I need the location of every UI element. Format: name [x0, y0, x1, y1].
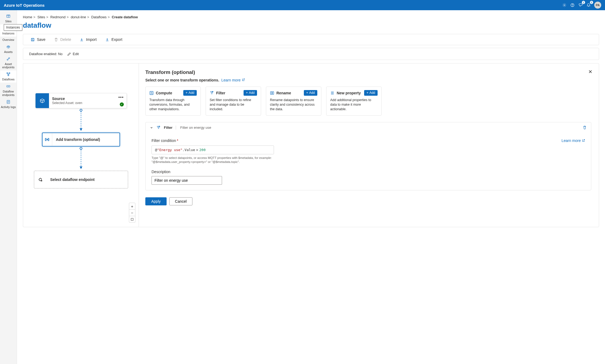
crumb-sites[interactable]: Sites — [37, 15, 45, 19]
save-icon — [31, 38, 35, 42]
export-icon — [105, 38, 109, 42]
pencil-icon — [67, 52, 71, 56]
delete-button: Delete — [54, 37, 71, 42]
filter-condition-label: Filter condition* — [152, 138, 178, 143]
zoom-fit-button[interactable] — [129, 216, 135, 222]
apply-button[interactable]: Apply — [145, 197, 167, 205]
export-button[interactable]: Export — [105, 37, 122, 42]
endpoint-icon — [34, 171, 47, 188]
filter-block-title: Filter — [164, 126, 176, 130]
crumb-home[interactable]: Home — [23, 15, 32, 19]
compute-add-button[interactable]: + Add — [183, 90, 197, 96]
activity-logs-icon — [6, 100, 10, 104]
svg-point-7 — [9, 58, 10, 59]
filter-icon — [156, 126, 161, 130]
settings-icon[interactable] — [560, 1, 568, 9]
new-property-add-button[interactable]: + Add — [364, 90, 378, 96]
nav-dataflows[interactable]: Dataflows — [0, 70, 16, 83]
nav-dataflow-endpoints[interactable]: Dataflow endpoints — [0, 83, 16, 98]
svg-point-0 — [564, 5, 565, 6]
trash-icon[interactable] — [583, 126, 587, 130]
svg-point-10 — [8, 75, 9, 76]
filter-block-subtitle: Filter on energy use — [179, 126, 211, 130]
svg-rect-13 — [31, 38, 34, 41]
endpoint-node[interactable]: Select dataflow endpoint — [34, 171, 128, 188]
filter-condition-section: Filter condition* Learn more @"Energy us… — [146, 138, 591, 185]
dataflow-endpoints-icon — [6, 84, 10, 88]
nav-activity-logs[interactable]: Activity logs — [0, 98, 16, 110]
transform-node[interactable]: Add transform (optional) — [42, 133, 120, 147]
svg-point-26 — [159, 126, 160, 127]
svg-rect-24 — [270, 92, 272, 94]
transform-cards: Compute + Add Transform data through con… — [145, 87, 591, 116]
import-button[interactable]: Import — [80, 37, 97, 42]
transform-panel: ✕ Transform (optional) Select one or mor… — [139, 63, 599, 227]
compute-card: Compute + Add Transform data through con… — [145, 87, 201, 116]
crumb-redmond[interactable]: Redmond — [50, 15, 65, 19]
svg-point-14 — [80, 109, 82, 111]
filter-condition-input[interactable]: @"Energy use".Value>200 — [152, 145, 274, 154]
svg-rect-21 — [131, 218, 133, 220]
new-property-icon — [330, 91, 335, 95]
connector-arrow — [79, 147, 83, 171]
dataflow-canvas[interactable]: Source Selected Asset: oven ••• ✓ Add tr… — [23, 63, 139, 227]
delete-icon — [54, 38, 58, 42]
description-label: Description — [152, 170, 585, 174]
product-title: Azure IoT Operations — [4, 3, 560, 8]
transform-label: Add transform (optional) — [52, 133, 119, 146]
svg-rect-17 — [48, 138, 49, 141]
chevron-down-icon[interactable] — [150, 126, 153, 129]
filter-add-button[interactable]: + Add — [244, 90, 257, 96]
source-node[interactable]: Source Selected Asset: oven ••• ✓ — [35, 93, 127, 108]
main: Home> Sites> Redmond> donut-line> Datafl… — [17, 10, 605, 364]
bell-badge: 1 — [590, 1, 593, 4]
asset-endpoints-icon — [6, 57, 10, 61]
nav-overview[interactable]: Overview — [0, 37, 16, 43]
command-bar: Save Delete Import Export — [23, 34, 599, 45]
cancel-button[interactable]: Cancel — [169, 197, 192, 205]
filter-card: Filter + Add Set filter conditions to re… — [206, 87, 261, 116]
nav-asset-endpoints[interactable]: Asset endpoints — [0, 55, 16, 70]
rename-add-button[interactable]: + Add — [304, 90, 317, 96]
source-title: Source — [52, 97, 123, 101]
svg-point-6 — [7, 59, 8, 60]
zoom-out-button[interactable]: − — [129, 209, 135, 216]
nav-sites[interactable]: Sites — [0, 12, 16, 24]
crumb-donut-line[interactable]: donut-line — [71, 15, 86, 19]
sites-icon — [6, 14, 10, 18]
top-header: Azure IoT Operations 1 1 PA — [0, 0, 605, 10]
panel-title: Transform (optional) — [145, 69, 591, 75]
zoom-controls: + − — [129, 203, 135, 223]
cube-icon — [36, 93, 49, 108]
filter-condition-hint: Type "@" to select datapoints, or access… — [152, 156, 278, 164]
help-icon[interactable] — [568, 1, 576, 9]
status-bar: Dataflow enabled: No Edit — [23, 48, 599, 60]
learn-more-link[interactable]: Learn more — [221, 78, 245, 82]
save-button[interactable]: Save — [31, 37, 45, 42]
connector-arrow — [79, 108, 83, 133]
checkmark-icon: ✓ — [120, 102, 124, 106]
status-text: Dataflow enabled: No — [29, 52, 62, 56]
crumb-dataflows[interactable]: Dataflows — [91, 15, 107, 19]
svg-rect-22 — [150, 91, 153, 95]
source-more-icon[interactable]: ••• — [118, 95, 124, 100]
avatar[interactable]: PA — [594, 2, 601, 9]
rename-icon — [270, 91, 274, 95]
svg-point-2 — [572, 6, 573, 6]
svg-rect-16 — [45, 138, 46, 141]
close-icon[interactable]: ✕ — [588, 69, 592, 75]
feedback-icon[interactable]: 1 — [576, 1, 585, 9]
rename-card: Rename + Add Rename datapoints to ensure… — [266, 87, 321, 116]
import-icon — [80, 38, 84, 42]
bell-icon[interactable]: 1 — [585, 1, 593, 9]
svg-point-18 — [80, 147, 82, 149]
filter-icon — [210, 91, 214, 95]
edit-button[interactable]: Edit — [67, 52, 79, 56]
learn-more-condition-link[interactable]: Learn more — [561, 138, 585, 143]
nav-assets[interactable]: Assets — [0, 43, 16, 55]
svg-rect-25 — [272, 92, 274, 94]
description-input[interactable] — [152, 176, 222, 185]
new-property-card: New property + Add Add additional proper… — [326, 87, 382, 116]
crumb-current: Create dataflow — [112, 15, 138, 19]
zoom-in-button[interactable]: + — [129, 203, 135, 209]
